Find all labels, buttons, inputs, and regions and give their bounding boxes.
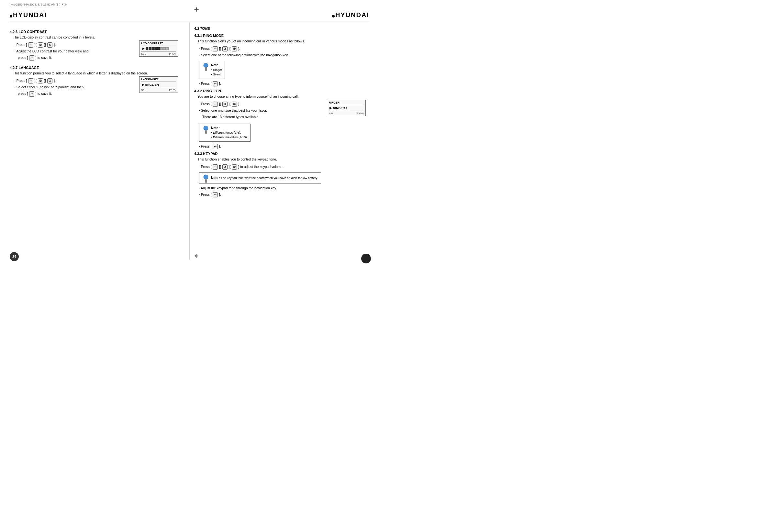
logo-left: HYUNDAI	[10, 11, 47, 19]
section-431-note: Note : • Ringer • Silent	[199, 61, 225, 79]
lcd-contrast-prev: PREV	[169, 52, 176, 55]
section-426: 4.2.6 LCD CONTRAST The LCD display contr…	[10, 30, 185, 60]
section-426-body: The LCD display contrast can be controll…	[10, 35, 185, 40]
page-number: 34	[10, 252, 19, 261]
svg-point-8	[204, 126, 208, 130]
note-icon-432	[202, 125, 209, 133]
section-431-title: 4.3.1 RING MODE	[194, 34, 369, 38]
lcd-contrast-bars: ▶	[141, 47, 176, 50]
note-431-item2: • Silent	[211, 72, 222, 77]
section-433-body: This function enables you to control the…	[194, 157, 369, 162]
ringer-prev: PREV	[357, 112, 364, 115]
lcd-contrast-sel: SEL	[141, 52, 146, 55]
section-427: 4.2.7 LANGUAGE This function permits you…	[10, 66, 185, 96]
section-433-note: Note : The keypad tone won't be heard wh…	[199, 173, 321, 183]
note-432-label: Note	[211, 126, 218, 130]
note-icon-431	[202, 63, 209, 70]
section-433-title: 4.3.3 KEYPAD	[194, 152, 369, 156]
svg-rect-7	[205, 67, 207, 71]
lcd-contrast-footer: SEL PREV	[141, 51, 176, 55]
section-433-step1: · Press [ ··· ][ ③ ][ ③ ] to adjust the …	[199, 164, 369, 170]
section-427-body: This function permits you to select a la…	[10, 71, 185, 76]
note-icon-433	[202, 175, 209, 182]
section-432-body: You are to choose a ring type to inform …	[194, 94, 369, 99]
file-meta: hwp-2150(8-9) 2003. 8. 9 11:52 AM페이지34	[10, 3, 68, 7]
language-title: LANGUAGE?	[141, 78, 176, 82]
note-432-item1: • Different tones (1-6).	[211, 130, 248, 135]
note-433-label: Note	[211, 176, 218, 180]
section-431-note-content: Note : • Ringer • Silent	[211, 63, 222, 77]
left-content: 4.2.6 LCD CONTRAST The LCD display contr…	[10, 23, 185, 99]
section-431-step3: · Press [ ··· ].	[199, 81, 369, 86]
ringer-content: ▶ RINGER 1	[329, 106, 364, 110]
section-433: 4.3.3 KEYPAD This function enables you t…	[194, 152, 369, 197]
language-prev: PREV	[169, 89, 176, 91]
right-content: 4.3 TONE 4.3.1 RING MODE This function a…	[194, 23, 369, 199]
section-433-note-content: Note : The keypad tone won't be heard wh…	[211, 175, 318, 180]
divider-horizontal	[10, 21, 369, 21]
note-433-text: : The keypad tone won't be heard when yo…	[219, 176, 318, 180]
svg-rect-11	[205, 179, 207, 183]
ringer-sel: SEL	[329, 112, 334, 115]
language-footer: SEL PREV	[141, 88, 176, 91]
logo-right: HYUNDAI	[332, 11, 369, 19]
note-432-item2: • Different melodies (7-13).	[211, 135, 248, 140]
section-431-step2: · Select one of the following options wi…	[199, 52, 369, 58]
ringer-box: RINGER ▶ RINGER 1 SEL PREV	[327, 100, 366, 116]
section-431-body: This function alerts you of an incoming …	[194, 39, 369, 44]
note-431-item1: • Ringer	[211, 68, 222, 72]
section-432-title: 4.3.2 RING TYPE	[194, 89, 369, 93]
svg-rect-9	[205, 130, 207, 134]
page-container: hwp-2150(8-9) 2003. 8. 9 11:52 AM페이지34 H…	[0, 0, 379, 266]
language-sel: SEL	[141, 89, 146, 91]
section-427-title: 4.2.7 LANGUAGE	[10, 66, 185, 70]
language-box: LANGUAGE? ▶ ENGLISH SEL PREV	[139, 76, 178, 93]
section-433-step3: · Press [ ··· ].	[199, 192, 369, 197]
ringer-title: RINGER	[329, 101, 364, 105]
section-432: 4.3.2 RING TYPE You are to choose a ring…	[194, 89, 369, 149]
lcd-contrast-box: LCD CONTRAST ▶ SEL PREV	[139, 41, 178, 57]
section-431: 4.3.1 RING MODE This function alerts you…	[194, 34, 369, 86]
section-432-note-content: Note : • Different tones (1-6). • Differ…	[211, 125, 248, 140]
language-content: ▶ ENGLISH	[141, 83, 176, 86]
section-432-step4: · Press [ ··· ].	[199, 144, 369, 149]
svg-point-6	[204, 63, 208, 68]
section-433-step2: · Adjust the keypad tone through the nav…	[199, 185, 369, 191]
cross-mark-top-left	[194, 7, 199, 12]
note-431-label: Note	[211, 63, 218, 67]
cross-mark-bottom-left	[194, 254, 199, 259]
section-43-title: 4.3 TONE	[194, 26, 369, 30]
section-431-step1: · Press [ ··· ][ ③ ][ ① ].	[199, 46, 369, 51]
ringer-footer: SEL PREV	[329, 111, 364, 115]
lcd-contrast-title: LCD CONTRAST	[141, 42, 176, 46]
dark-circle-bottom-right	[361, 254, 371, 263]
svg-point-10	[204, 175, 208, 179]
section-432-note: Note : • Different tones (1-6). • Differ…	[199, 124, 251, 142]
section-426-title: 4.2.6 LCD CONTRAST	[10, 30, 185, 34]
